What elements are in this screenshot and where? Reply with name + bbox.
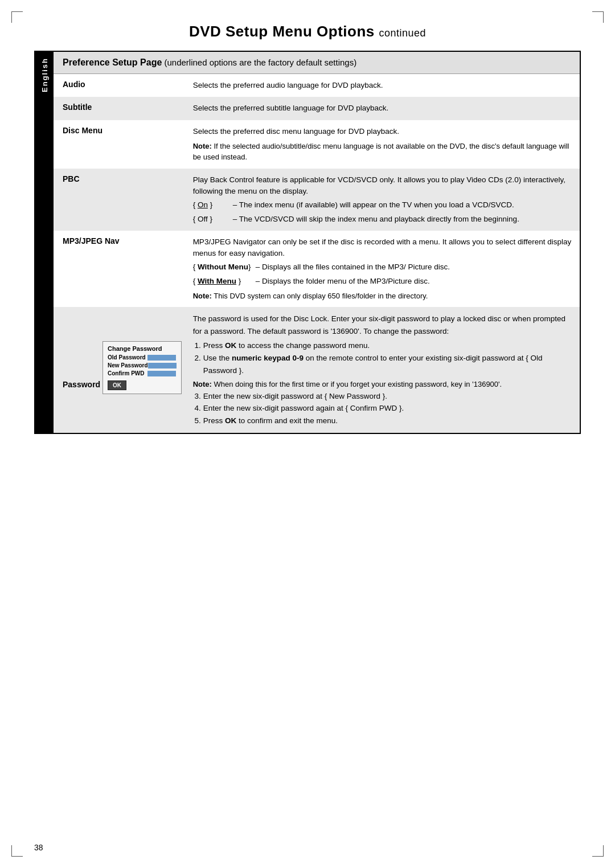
disc-menu-note: Note: If the selected audio/subtitle/dis… <box>193 141 573 163</box>
with-menu-desc: – Displays the folder menu of the MP3/Pi… <box>256 276 573 287</box>
mp3-jpeg-label: MP3/JPEG Nav <box>54 231 186 308</box>
pbc-option-on-desc: – The index menu (if available) will app… <box>233 199 573 211</box>
table-row: Password Change Password Old Password Ne… <box>54 307 580 432</box>
password-label: Password Change Password Old Password Ne… <box>54 307 186 432</box>
ok-button[interactable]: OK <box>108 380 126 390</box>
audio-label: Audio <box>54 74 186 97</box>
corner-mark-br <box>592 845 604 857</box>
subtitle-label: Subtitle <box>54 97 186 120</box>
pref-header-title: Preference Setup Page <box>63 58 162 67</box>
old-password-input[interactable] <box>147 355 176 361</box>
pbc-label: PBC <box>54 169 186 231</box>
content-area: English Preference Setup Page (underline… <box>34 51 581 434</box>
mp3-jpeg-desc: MP3/JPEG Navigator can only be set if th… <box>186 231 580 308</box>
corner-mark-tl <box>11 11 23 23</box>
corner-mark-bl <box>11 845 23 857</box>
main-content: Preference Setup Page (underlined option… <box>54 52 580 433</box>
password-step-3: Enter the new six-digit password at { Ne… <box>203 390 573 403</box>
with-menu-key: { With Menu } <box>193 276 256 287</box>
mp3-option-without-menu: { Without Menu} – Displays all the files… <box>193 261 573 273</box>
new-password-label: New Password <box>108 362 148 369</box>
language-sidebar: English <box>35 52 54 433</box>
password-step-4: Enter the new six-digit password again a… <box>203 402 573 415</box>
page-wrapper: DVD Setup Menu Options continued English… <box>0 0 615 868</box>
title-text: DVD Setup Menu Options <box>189 23 375 40</box>
password-step-1: Press OK to access the change password m… <box>203 339 573 352</box>
password-note-1: Note: When doing this for the first time… <box>193 379 573 390</box>
disc-menu-desc: Selects the preferred disc menu language… <box>186 120 580 169</box>
corner-mark-tr <box>592 11 604 23</box>
page-number: 38 <box>34 843 43 852</box>
title-continued: continued <box>379 27 427 39</box>
without-menu-desc: – Displays all the files contained in th… <box>256 261 573 273</box>
old-password-row: Old Password <box>108 354 177 361</box>
password-step-5: Press OK to confirm and exit the menu. <box>203 415 573 427</box>
mp3-note: Note: This DVD system can only display 6… <box>193 290 573 302</box>
pbc-option-on: { On } – The index menu (if available) w… <box>193 199 573 211</box>
confirm-pwd-row: Confirm PWD <box>108 370 177 376</box>
mp3-option-with-menu: { With Menu } – Displays the folder menu… <box>193 276 573 287</box>
new-password-input[interactable] <box>148 363 177 369</box>
table-row: PBC Play Back Control feature is applica… <box>54 169 580 231</box>
new-password-row: New Password <box>108 362 177 369</box>
pbc-desc: Play Back Control feature is applicable … <box>186 169 580 231</box>
table-row: MP3/JPEG Nav MP3/JPEG Navigator can only… <box>54 231 580 308</box>
table-row: Subtitle Selects the preferred subtitle … <box>54 97 580 120</box>
change-pwd-title: Change Password <box>108 345 177 352</box>
password-desc: The password is used for the Disc Lock. … <box>186 307 580 432</box>
pbc-option-off: { Off } – The VCD/SVCD will skip the ind… <box>193 214 573 225</box>
subtitle-desc: Selects the preferred subtitle language … <box>186 97 580 120</box>
sidebar-label: English <box>40 58 49 92</box>
confirm-pwd-label: Confirm PWD <box>108 370 147 376</box>
pbc-option-off-key: { Off } <box>193 214 233 225</box>
pref-header-subtitle: (underlined options are the factory defa… <box>164 58 356 67</box>
table-row: Audio Selects the preferred audio langua… <box>54 74 580 97</box>
confirm-pwd-input[interactable] <box>147 371 176 376</box>
settings-table: Audio Selects the preferred audio langua… <box>54 74 580 433</box>
old-password-label: Old Password <box>108 354 147 361</box>
audio-desc: Selects the preferred audio language for… <box>186 74 580 97</box>
page-title: DVD Setup Menu Options continued <box>34 23 581 40</box>
pbc-option-off-desc: – The VCD/SVCD will skip the index menu … <box>233 214 573 225</box>
without-menu-key: { Without Menu} <box>193 261 256 273</box>
change-password-box: Change Password Old Password New Passwor… <box>102 341 182 394</box>
preference-header: Preference Setup Page (underlined option… <box>54 52 580 74</box>
disc-menu-label: Disc Menu <box>54 120 186 169</box>
pbc-option-on-key: { On } <box>193 199 233 211</box>
table-row: Disc Menu Selects the preferred disc men… <box>54 120 580 169</box>
password-step-2: Use the numeric keypad 0-9 on the remote… <box>203 352 573 390</box>
